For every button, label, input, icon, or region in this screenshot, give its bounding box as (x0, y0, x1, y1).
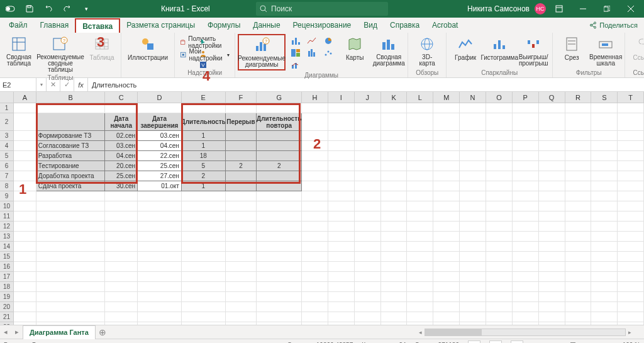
cell[interactable] (407, 322, 433, 325)
cell[interactable] (407, 272, 433, 282)
cell[interactable] (105, 191, 138, 201)
cell[interactable] (460, 302, 486, 312)
cell[interactable] (486, 272, 513, 282)
cell[interactable] (513, 141, 539, 151)
cell[interactable] (302, 262, 328, 272)
cell[interactable] (513, 211, 539, 222)
cell[interactable] (486, 322, 513, 325)
cell[interactable] (257, 151, 302, 161)
cell[interactable] (328, 302, 355, 312)
cell[interactable] (591, 191, 618, 201)
cell[interactable] (381, 232, 408, 242)
cell[interactable] (257, 201, 302, 211)
column-chart-button[interactable] (288, 35, 303, 47)
cell[interactable] (138, 312, 182, 322)
row-header[interactable]: 21 (0, 312, 14, 322)
cell[interactable] (328, 171, 355, 181)
cell[interactable] (14, 113, 36, 131)
cell[interactable] (381, 201, 408, 211)
cell[interactable] (14, 161, 36, 171)
fx-icon[interactable]: fx (74, 78, 88, 91)
cell[interactable]: 18 (182, 151, 226, 161)
cell[interactable] (433, 161, 460, 171)
cell[interactable] (381, 161, 408, 171)
cell[interactable] (433, 302, 460, 312)
cell[interactable] (591, 103, 618, 113)
cell[interactable] (257, 292, 302, 302)
cell[interactable] (618, 131, 644, 141)
cell[interactable]: 25.сен (105, 171, 138, 181)
cell[interactable] (328, 232, 355, 242)
cell[interactable] (328, 222, 355, 232)
cell[interactable] (302, 272, 328, 282)
cell[interactable] (513, 103, 539, 113)
cell[interactable] (486, 292, 513, 302)
col-header[interactable]: B (36, 92, 106, 103)
cell[interactable] (433, 171, 460, 181)
cell[interactable] (36, 103, 106, 113)
cell[interactable] (257, 222, 302, 232)
qat-customize-icon[interactable]: ▾ (79, 2, 93, 16)
cell[interactable] (138, 201, 182, 211)
cell[interactable] (105, 252, 138, 262)
cell[interactable] (618, 252, 644, 262)
cell[interactable] (433, 262, 460, 272)
cell[interactable] (433, 322, 460, 325)
row-header[interactable]: 11 (0, 211, 14, 222)
cell[interactable] (565, 322, 592, 325)
cell[interactable] (407, 141, 433, 151)
cell[interactable] (105, 211, 138, 222)
cell[interactable] (565, 113, 592, 131)
cell[interactable] (328, 113, 355, 131)
cell[interactable] (302, 151, 328, 161)
cell[interactable] (591, 322, 618, 325)
cell[interactable] (565, 141, 592, 151)
window-restore[interactable] (596, 0, 618, 18)
cell[interactable] (513, 272, 539, 282)
cell[interactable] (226, 191, 257, 201)
cell[interactable] (105, 242, 138, 252)
cell[interactable] (182, 272, 226, 282)
cell[interactable] (257, 312, 302, 322)
cell[interactable] (14, 302, 36, 312)
cell[interactable] (513, 171, 539, 181)
cell[interactable] (328, 131, 355, 141)
autosave-toggle[interactable] (4, 2, 18, 16)
cell[interactable] (36, 282, 106, 292)
cell[interactable] (138, 302, 182, 312)
cell[interactable] (433, 292, 460, 302)
cell[interactable] (618, 312, 644, 322)
h-scroll-thumb[interactable] (425, 329, 482, 335)
cell[interactable] (618, 242, 644, 252)
cell[interactable] (182, 211, 226, 222)
cell[interactable] (257, 272, 302, 282)
col-header[interactable]: O (486, 92, 513, 103)
cell[interactable] (182, 201, 226, 211)
cell[interactable] (539, 161, 565, 171)
cell[interactable] (618, 262, 644, 272)
col-header[interactable]: D (138, 92, 182, 103)
cell[interactable] (381, 113, 408, 131)
cell[interactable] (565, 242, 592, 252)
cell[interactable] (539, 272, 565, 282)
cell[interactable] (539, 292, 565, 302)
recommended-pivot-button[interactable]: ? Рекомендуемые сводные таблицы (36, 34, 84, 74)
line-chart-button[interactable] (304, 35, 319, 47)
cell[interactable] (513, 312, 539, 322)
cell[interactable] (433, 222, 460, 232)
row-header[interactable]: 15 (0, 252, 14, 262)
cell[interactable] (539, 322, 565, 325)
cell[interactable] (539, 211, 565, 222)
tab-view[interactable]: Вид (357, 18, 384, 33)
cell[interactable] (539, 141, 565, 151)
recommended-charts-button[interactable]: ? Рекомендуемые диаграммы (238, 34, 286, 70)
cell[interactable] (355, 131, 381, 141)
cell[interactable] (591, 161, 618, 171)
hierarchy-chart-button[interactable] (288, 47, 303, 59)
cell[interactable] (328, 211, 355, 222)
cell[interactable] (407, 292, 433, 302)
cell[interactable] (381, 191, 408, 201)
cell[interactable]: Доработка проекта (36, 171, 106, 181)
cell[interactable] (355, 201, 381, 211)
cell[interactable] (433, 272, 460, 282)
